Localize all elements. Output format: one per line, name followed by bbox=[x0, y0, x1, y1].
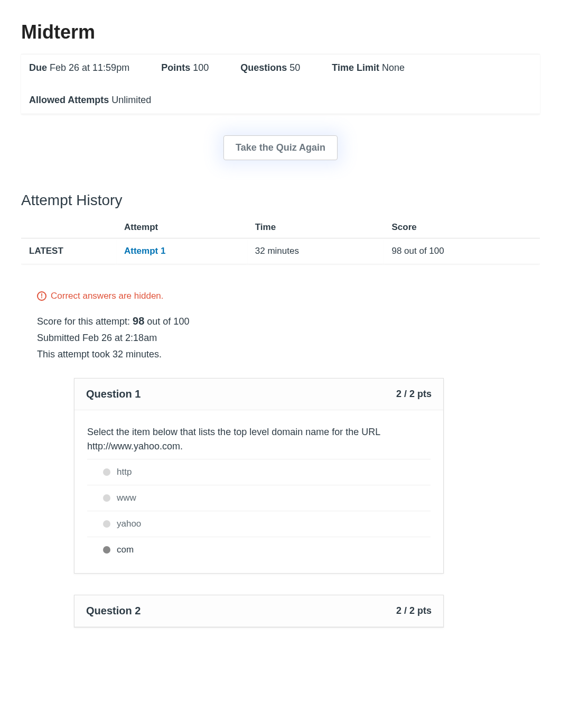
meta-questions-value: 50 bbox=[289, 62, 300, 73]
meta-timelimit: Time Limit None bbox=[332, 62, 405, 73]
meta-due-label: Due bbox=[29, 62, 47, 73]
row-score: 98 out of 100 bbox=[384, 238, 540, 264]
attempt-history-heading: Attempt History bbox=[21, 192, 540, 209]
score-line-1: Score for this attempt: 98 out of 100 bbox=[37, 312, 540, 330]
attempt-link[interactable]: Attempt 1 bbox=[124, 246, 165, 256]
meta-attempts: Allowed Attempts Unlimited bbox=[29, 95, 151, 106]
meta-points: Points 100 bbox=[161, 62, 209, 73]
score-line-2: Submitted Feb 26 at 2:18am bbox=[37, 330, 540, 346]
meta-timelimit-value: None bbox=[382, 62, 405, 73]
question-prompt: Select the item below that lists the top… bbox=[74, 410, 443, 459]
score-prefix: Score for this attempt: bbox=[37, 316, 133, 327]
answer-option[interactable]: yahoo bbox=[87, 511, 431, 537]
col-time: Time bbox=[247, 217, 384, 238]
answer-option[interactable]: com bbox=[87, 537, 431, 563]
score-info: Score for this attempt: 98 out of 100 Su… bbox=[37, 312, 540, 362]
hidden-note-text: Correct answers are hidden. bbox=[51, 291, 164, 301]
answer-text: www bbox=[117, 493, 136, 503]
radio-icon bbox=[103, 546, 110, 554]
radio-icon bbox=[103, 520, 110, 528]
correct-answers-hidden-note: ! Correct answers are hidden. bbox=[37, 291, 540, 301]
score-value: 98 bbox=[133, 315, 144, 327]
meta-points-label: Points bbox=[161, 62, 190, 73]
take-quiz-again-button[interactable]: Take the Quiz Again bbox=[223, 135, 338, 160]
question-header: Question 2 2 / 2 pts bbox=[74, 595, 443, 627]
answer-list: http www yahoo com bbox=[74, 459, 443, 573]
meta-points-value: 100 bbox=[193, 62, 209, 73]
score-suffix: out of 100 bbox=[144, 316, 189, 327]
question-title: Question 2 bbox=[86, 605, 141, 617]
answer-text: http bbox=[117, 467, 132, 477]
answer-option[interactable]: www bbox=[87, 485, 431, 511]
meta-questions-label: Questions bbox=[240, 62, 287, 73]
radio-icon bbox=[103, 494, 110, 502]
meta-due: Due Feb 26 at 11:59pm bbox=[29, 62, 129, 73]
meta-attempts-label: Allowed Attempts bbox=[29, 95, 109, 105]
question-card: Question 2 2 / 2 pts bbox=[74, 595, 444, 628]
table-row: LATEST Attempt 1 32 minutes 98 out of 10… bbox=[21, 238, 540, 264]
quiz-meta: Due Feb 26 at 11:59pm Points 100 Questio… bbox=[21, 54, 540, 114]
page-title: Midterm bbox=[21, 21, 540, 43]
meta-attempts-value: Unlimited bbox=[111, 95, 151, 105]
question-points: 2 / 2 pts bbox=[396, 605, 432, 616]
answer-text: com bbox=[117, 545, 134, 555]
question-header: Question 1 2 / 2 pts bbox=[74, 379, 443, 410]
radio-icon bbox=[103, 468, 110, 476]
col-score: Score bbox=[384, 217, 540, 238]
row-time: 32 minutes bbox=[247, 238, 384, 264]
row-tag: LATEST bbox=[21, 238, 116, 264]
meta-due-value: Feb 26 at 11:59pm bbox=[50, 62, 129, 73]
attempt-history-table: Attempt Time Score LATEST Attempt 1 32 m… bbox=[21, 217, 540, 264]
answer-text: yahoo bbox=[117, 519, 141, 529]
question-card: Question 1 2 / 2 pts Select the item bel… bbox=[74, 378, 444, 574]
col-attempt: Attempt bbox=[116, 217, 247, 238]
alert-icon: ! bbox=[37, 291, 46, 301]
score-line-3: This attempt took 32 minutes. bbox=[37, 346, 540, 363]
question-points: 2 / 2 pts bbox=[396, 389, 432, 400]
question-title: Question 1 bbox=[86, 388, 141, 400]
col-blank bbox=[21, 217, 116, 238]
meta-timelimit-label: Time Limit bbox=[332, 62, 379, 73]
meta-questions: Questions 50 bbox=[240, 62, 300, 73]
answer-option[interactable]: http bbox=[87, 459, 431, 485]
